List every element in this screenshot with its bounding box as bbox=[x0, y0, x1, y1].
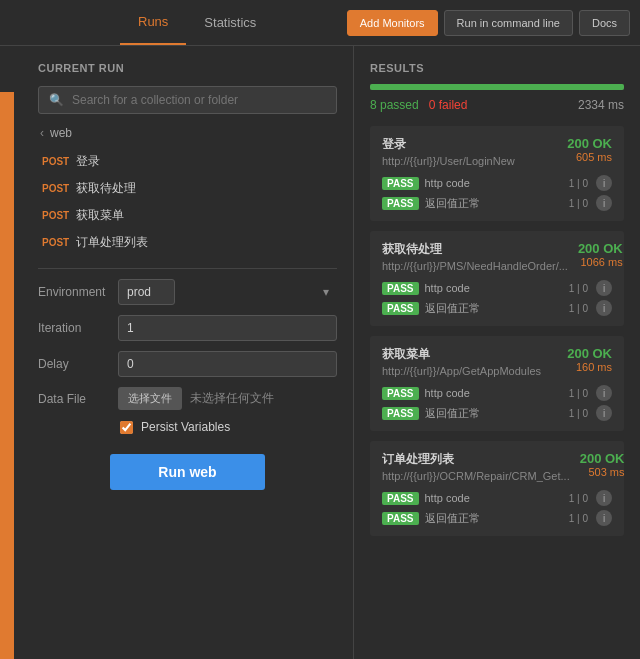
iteration-input[interactable] bbox=[118, 315, 337, 341]
info-icon-0-0[interactable]: i bbox=[596, 175, 612, 191]
result-time-0: 605 ms bbox=[567, 151, 612, 163]
pass-badge-2-1: PASS bbox=[382, 407, 419, 420]
result-card-2: 获取菜单 http://{{url}}/App/GetAppModules 20… bbox=[370, 336, 624, 431]
test-row-1-0: PASS http code 1 | 0 i bbox=[382, 280, 612, 296]
environment-select[interactable]: prod dev staging bbox=[118, 279, 175, 305]
persist-variables-row: Persist Variables bbox=[38, 420, 337, 434]
test-counts-1-1: 1 | 0 bbox=[569, 303, 588, 314]
result-name-0: 登录 bbox=[382, 136, 515, 153]
pass-badge-0-0: PASS bbox=[382, 177, 419, 190]
result-url-0: http://{{url}}/User/LoginNew bbox=[382, 155, 515, 167]
test-label-3-0: http code bbox=[425, 492, 565, 504]
result-card-0: 登录 http://{{url}}/User/LoginNew 200 OK 6… bbox=[370, 126, 624, 221]
info-icon-0-1[interactable]: i bbox=[596, 195, 612, 211]
result-name-3: 订单处理列表 bbox=[382, 451, 570, 468]
result-right-2: 200 OK 160 ms bbox=[567, 346, 612, 373]
persist-variables-checkbox[interactable] bbox=[120, 421, 133, 434]
search-input[interactable] bbox=[72, 93, 326, 107]
stat-time: 2334 ms bbox=[578, 98, 624, 112]
result-status-0: 200 OK bbox=[567, 136, 612, 151]
persist-variables-label: Persist Variables bbox=[141, 420, 230, 434]
result-left-3: 订单处理列表 http://{{url}}/OCRM/Repair/CRM_Ge… bbox=[382, 451, 570, 482]
info-icon-2-1[interactable]: i bbox=[596, 405, 612, 421]
test-row-2-0: PASS http code 1 | 0 i bbox=[382, 385, 612, 401]
pass-badge-0-1: PASS bbox=[382, 197, 419, 210]
run-button[interactable]: Run web bbox=[110, 454, 264, 490]
test-label-2-0: http code bbox=[425, 387, 565, 399]
pass-badge-3-0: PASS bbox=[382, 492, 419, 505]
results-container: 登录 http://{{url}}/User/LoginNew 200 OK 6… bbox=[370, 126, 624, 536]
search-box: 🔍 bbox=[38, 86, 337, 114]
result-tests-2: PASS http code 1 | 0 i PASS 返回值正常 1 | 0 … bbox=[382, 385, 612, 421]
test-counts-0-1: 1 | 0 bbox=[569, 198, 588, 209]
docs-button[interactable]: Docs bbox=[579, 10, 630, 36]
test-label-0-0: http code bbox=[425, 177, 565, 189]
test-counts-2-0: 1 | 0 bbox=[569, 388, 588, 399]
test-counts-1-0: 1 | 0 bbox=[569, 283, 588, 294]
tab-group: Runs Statistics bbox=[120, 0, 274, 45]
info-icon-3-0[interactable]: i bbox=[596, 490, 612, 506]
result-time-1: 1066 ms bbox=[578, 256, 623, 268]
back-chevron-icon[interactable]: ‹ bbox=[40, 126, 44, 140]
test-row-3-0: PASS http code 1 | 0 i bbox=[382, 490, 612, 506]
data-file-row: Data File 选择文件 未选择任何文件 bbox=[38, 387, 337, 410]
result-status-2: 200 OK bbox=[567, 346, 612, 361]
pass-badge-3-1: PASS bbox=[382, 512, 419, 525]
delay-input[interactable] bbox=[118, 351, 337, 377]
iteration-row: Iteration bbox=[38, 315, 337, 341]
collection-item-0[interactable]: POST 登录 bbox=[38, 148, 337, 175]
info-icon-1-1[interactable]: i bbox=[596, 300, 612, 316]
collection-item-1[interactable]: POST 获取待处理 bbox=[38, 175, 337, 202]
test-row-1-1: PASS 返回值正常 1 | 0 i bbox=[382, 300, 612, 316]
test-label-2-1: 返回值正常 bbox=[425, 406, 565, 421]
collection-item-2[interactable]: POST 获取菜单 bbox=[38, 202, 337, 229]
result-tests-1: PASS http code 1 | 0 i PASS 返回值正常 1 | 0 … bbox=[382, 280, 612, 316]
run-btn-wrapper: Run web bbox=[38, 450, 337, 490]
test-counts-3-1: 1 | 0 bbox=[569, 513, 588, 524]
result-name-1: 获取待处理 bbox=[382, 241, 568, 258]
pass-badge-1-0: PASS bbox=[382, 282, 419, 295]
choose-file-button[interactable]: 选择文件 bbox=[118, 387, 182, 410]
delay-row: Delay bbox=[38, 351, 337, 377]
test-label-1-0: http code bbox=[425, 282, 565, 294]
test-counts-0-0: 1 | 0 bbox=[569, 178, 588, 189]
stat-failed: 0 failed bbox=[429, 98, 468, 112]
current-run-title: CURRENT RUN bbox=[38, 62, 337, 74]
result-card-1: 获取待处理 http://{{url}}/PMS/NeedHandleOrder… bbox=[370, 231, 624, 326]
result-url-2: http://{{url}}/App/GetAppModules bbox=[382, 365, 541, 377]
environment-row: Environment prod dev staging bbox=[38, 279, 337, 305]
result-url-1: http://{{url}}/PMS/NeedHandleOrder/... bbox=[382, 260, 568, 272]
left-panel: CURRENT RUN 🔍 ‹ web POST 登录 POST 获取待处理 bbox=[14, 46, 354, 659]
info-icon-2-0[interactable]: i bbox=[596, 385, 612, 401]
run-command-line-button[interactable]: Run in command line bbox=[444, 10, 573, 36]
test-row-0-0: PASS http code 1 | 0 i bbox=[382, 175, 612, 191]
separator bbox=[38, 268, 337, 269]
result-header-1: 获取待处理 http://{{url}}/PMS/NeedHandleOrder… bbox=[382, 241, 612, 272]
result-tests-3: PASS http code 1 | 0 i PASS 返回值正常 1 | 0 … bbox=[382, 490, 612, 526]
collection-items: POST 登录 POST 获取待处理 POST 获取菜单 POST 订单处理列表 bbox=[38, 148, 337, 256]
info-icon-3-1[interactable]: i bbox=[596, 510, 612, 526]
pass-badge-2-0: PASS bbox=[382, 387, 419, 400]
tab-runs[interactable]: Runs bbox=[120, 0, 186, 45]
result-time-2: 160 ms bbox=[567, 361, 612, 373]
right-panel: RESULTS 8 passed 0 failed 2334 ms 登录 htt… bbox=[354, 46, 640, 659]
search-icon: 🔍 bbox=[49, 93, 64, 107]
add-monitors-button[interactable]: Add Monitors bbox=[347, 10, 438, 36]
collection-item-3[interactable]: POST 订单处理列表 bbox=[38, 229, 337, 256]
breadcrumb: ‹ web bbox=[38, 122, 337, 144]
progress-bar-container bbox=[370, 84, 624, 90]
top-actions: Add Monitors Run in command line Docs bbox=[347, 10, 640, 36]
info-icon-1-0[interactable]: i bbox=[596, 280, 612, 296]
result-status-3: 200 OK bbox=[580, 451, 625, 466]
environment-select-wrapper: prod dev staging bbox=[118, 279, 337, 305]
test-label-0-1: 返回值正常 bbox=[425, 196, 565, 211]
test-row-0-1: PASS 返回值正常 1 | 0 i bbox=[382, 195, 612, 211]
result-header-2: 获取菜单 http://{{url}}/App/GetAppModules 20… bbox=[382, 346, 612, 377]
top-bar: Runs Statistics Add Monitors Run in comm… bbox=[0, 0, 640, 46]
test-label-3-1: 返回值正常 bbox=[425, 511, 565, 526]
tab-statistics[interactable]: Statistics bbox=[186, 1, 274, 44]
body-area: CURRENT RUN 🔍 ‹ web POST 登录 POST 获取待处理 bbox=[0, 46, 640, 659]
pass-badge-1-1: PASS bbox=[382, 302, 419, 315]
result-right-3: 200 OK 503 ms bbox=[580, 451, 625, 478]
result-header-3: 订单处理列表 http://{{url}}/OCRM/Repair/CRM_Ge… bbox=[382, 451, 612, 482]
